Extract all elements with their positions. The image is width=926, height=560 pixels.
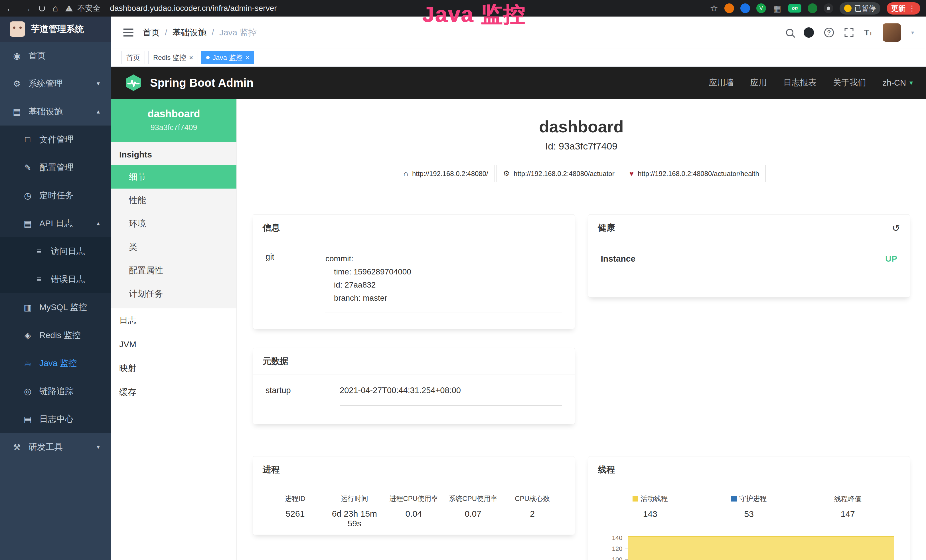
sidebar-item-scheduled-jobs[interactable]: ◷ 定时任务 — [0, 182, 111, 209]
sidebar-item-log-center[interactable]: ▤ 日志中心 — [0, 405, 111, 433]
metric-label: CPU核心数 — [503, 494, 562, 503]
fullscreen-icon[interactable] — [844, 28, 854, 37]
sidebar-item-infrastructure[interactable]: ▤ 基础设施 ▴ — [0, 98, 111, 126]
process-card-title: 进程 — [263, 464, 280, 475]
process-card-header: 进程 — [253, 456, 575, 483]
sidebar-item-dev-tools[interactable]: ⚒ 研发工具 ▾ — [0, 433, 111, 461]
history-icon[interactable]: ↺ — [892, 222, 900, 234]
file-icon: □ — [22, 135, 33, 144]
menu-item-details[interactable]: 细节 — [111, 165, 236, 189]
reload-icon[interactable] — [39, 5, 45, 11]
security-label[interactable]: 不安全 — [77, 3, 100, 14]
browser-actions: ☆ V ▦ on 已暂停 更新 ⋮ — [710, 2, 920, 15]
service-url-button[interactable]: ⌂ http://192.168.0.2:48080/ — [397, 165, 495, 182]
sidebar-item-label: 链路追踪 — [39, 385, 74, 397]
instance-header[interactable]: dashboard 93a3fc7f7409 — [111, 99, 236, 142]
sidebar-item-java-monitor[interactable]: ☕ Java 监控 — [0, 349, 111, 377]
sba-brand[interactable]: Spring Boot Admin — [150, 76, 254, 89]
breadcrumb-infrastructure[interactable]: 基础设施 — [172, 27, 206, 38]
legend-value: 53 — [699, 509, 799, 519]
sidebar-item-mysql-monitor[interactable]: ▥ MySQL 监控 — [0, 293, 111, 321]
tab-home[interactable]: 首页 — [121, 51, 145, 64]
sba-nav: 应用墙 应用 日志报表 关于我们 zh-CN ▾ — [709, 77, 913, 88]
forward-icon[interactable]: → — [22, 3, 31, 14]
menu-item-mappings[interactable]: 映射 — [111, 356, 236, 380]
search-icon[interactable] — [786, 29, 793, 36]
sidebar-item-label: 文件管理 — [39, 134, 74, 145]
metadata-row-label: startup — [265, 386, 340, 406]
app-root: 芋道管理系统 ◉ 首页 ⚙ 系统管理 ▾ ▤ 基础设施 ▴ — [0, 17, 926, 560]
github-icon[interactable] — [803, 27, 814, 38]
language-selector[interactable]: zh-CN ▾ — [883, 78, 913, 88]
git-commit-line: commit: — [325, 252, 562, 265]
legend-value: 143 — [601, 509, 700, 519]
sba-nav-applications[interactable]: 应用 — [750, 77, 767, 88]
sidebar-item-redis-monitor[interactable]: ◈ Redis 监控 — [0, 321, 111, 349]
user-avatar[interactable] — [883, 23, 901, 42]
health-card: 健康 ↺ Instance UP — [588, 214, 910, 298]
tab-redis-monitor[interactable]: Redis 监控 × — [148, 51, 198, 64]
sba-nav-about[interactable]: 关于我们 — [833, 77, 866, 88]
sidebar-item-config-mgmt[interactable]: ✎ 配置管理 — [0, 153, 111, 182]
chevron-down-icon: ▾ — [97, 443, 100, 451]
paw-extension-icon[interactable] — [824, 3, 833, 13]
hamburger-icon[interactable] — [123, 29, 133, 36]
url-text[interactable]: dashboard.yudao.iocoder.cn/infra/admin-s… — [110, 4, 277, 13]
update-button[interactable]: 更新 ⋮ — [887, 2, 920, 15]
close-icon[interactable]: × — [245, 54, 249, 62]
sidebar-item-home[interactable]: ◉ 首页 — [0, 42, 111, 70]
menu-item-config-props[interactable]: 配置属性 — [111, 259, 236, 282]
home-icon: ⌂ — [404, 169, 408, 178]
menu-item-scheduled-tasks[interactable]: 计划任务 — [111, 282, 236, 306]
font-size-icon[interactable]: TT — [864, 28, 872, 37]
extensions-grid-icon[interactable]: ▦ — [772, 3, 782, 13]
health-url-button[interactable]: ♥ http://192.168.0.2:48080/actuator/heal… — [623, 165, 766, 182]
menu-item-performance[interactable]: 性能 — [111, 189, 236, 212]
breadcrumb-home[interactable]: 首页 — [142, 27, 160, 38]
sidebar-item-label: 定时任务 — [39, 190, 74, 201]
page-title: dashboard — [253, 117, 910, 136]
breadcrumb-separator: / — [212, 28, 214, 37]
help-icon[interactable]: ? — [824, 28, 834, 37]
v-extension-icon[interactable]: V — [756, 3, 766, 13]
sidebar-item-access-logs[interactable]: ≡ 访问日志 — [0, 238, 111, 265]
menu-item-logs[interactable]: 日志 — [111, 309, 236, 332]
sba-nav-journal[interactable]: 日志报表 — [784, 77, 817, 88]
chevron-down-icon[interactable]: ▾ — [911, 29, 914, 36]
sidebar-item-file-mgmt[interactable]: □ 文件管理 — [0, 126, 111, 153]
drop-extension-icon[interactable] — [740, 3, 750, 13]
fox-extension-icon[interactable] — [724, 3, 734, 13]
menu-item-jvm[interactable]: JVM — [111, 332, 236, 356]
sba-nav-wallboard[interactable]: 应用墙 — [709, 77, 734, 88]
metric-system-cpu: 系统CPU使用率 0.07 — [443, 494, 503, 528]
bookmark-star-icon[interactable]: ☆ — [710, 3, 718, 14]
menu-item-classes[interactable]: 类 — [111, 235, 236, 259]
breadcrumb-current: Java 监控 — [219, 27, 257, 38]
sidebar-item-label: Redis 监控 — [39, 330, 81, 341]
leaf-extension-icon[interactable] — [808, 3, 817, 13]
address-bar[interactable]: 不安全 dashboard.yudao.iocoder.cn/infra/adm… — [65, 3, 277, 14]
actuator-url-button[interactable]: ⚙ http://192.168.0.2:48080/actuator — [496, 165, 621, 182]
metric-value: 0.04 — [384, 509, 443, 519]
browser-menu-icon[interactable]: ⋮ — [908, 4, 916, 13]
redis-icon: ◈ — [22, 330, 33, 341]
info-card-header: 信息 — [253, 215, 575, 241]
home-icon[interactable]: ⌂ — [53, 3, 58, 14]
on-extension-icon[interactable]: on — [788, 4, 801, 12]
insights-label: Insights — [111, 142, 236, 165]
back-icon[interactable]: ← — [6, 3, 15, 14]
close-icon[interactable]: × — [189, 54, 193, 62]
tab-java-monitor[interactable]: Java 监控 × — [201, 51, 254, 64]
menu-item-environment[interactable]: 环境 — [111, 212, 236, 235]
health-url-label: http://192.168.0.2:48080/actuator/health — [638, 170, 759, 178]
sidebar-item-error-logs[interactable]: ≡ 错误日志 — [0, 265, 111, 293]
log-icon: ▤ — [22, 218, 33, 229]
sidebar-item-tracing[interactable]: ◎ 链路追踪 — [0, 377, 111, 405]
paused-profile-badge[interactable]: 已暂停 — [840, 2, 881, 15]
threads-card-body: 活动线程 143 守护进程 — [589, 483, 910, 560]
sidebar-item-api-logs[interactable]: ▤ API 日志 ▴ — [0, 209, 111, 238]
menu-item-caches[interactable]: 缓存 — [111, 380, 236, 404]
sidebar-item-system-mgmt[interactable]: ⚙ 系统管理 ▾ — [0, 70, 111, 98]
sidebar-item-label: Java 监控 — [39, 357, 77, 369]
left-column: 信息 git commit: time: 1596289704000 id: 2… — [253, 214, 575, 560]
